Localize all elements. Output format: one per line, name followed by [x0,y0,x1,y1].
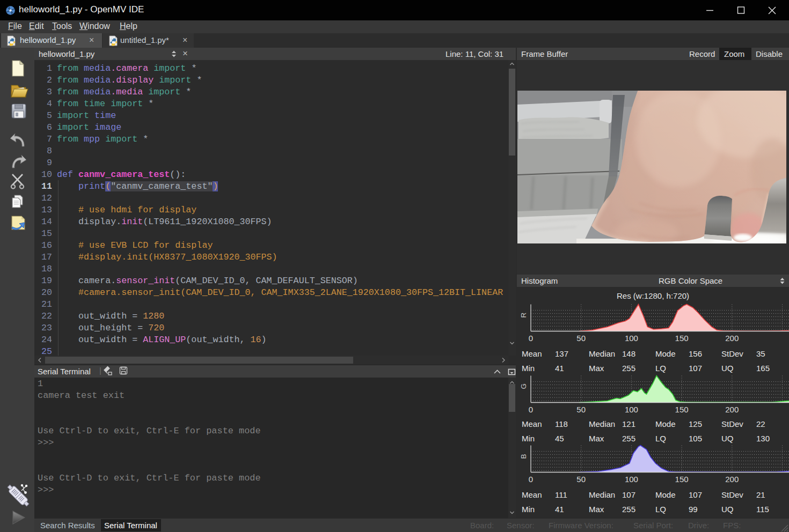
svg-text:0: 0 [529,405,533,414]
svg-text:50: 50 [576,405,586,414]
svg-text:50: 50 [576,334,586,343]
svg-text:150: 150 [675,405,689,414]
svg-text:100: 100 [625,334,638,343]
svg-text:200: 200 [725,334,739,343]
svg-text:200: 200 [725,475,739,484]
svg-text:0: 0 [529,475,533,484]
svg-text:200: 200 [725,405,739,414]
svg-text:100: 100 [625,475,638,484]
svg-text:B: B [520,454,528,459]
svg-text:R: R [520,313,528,318]
svg-text:150: 150 [675,475,689,484]
svg-text:100: 100 [625,405,638,414]
svg-text:0: 0 [529,334,533,343]
svg-text:G: G [520,383,528,389]
svg-text:50: 50 [576,475,586,484]
svg-text:150: 150 [675,334,689,343]
